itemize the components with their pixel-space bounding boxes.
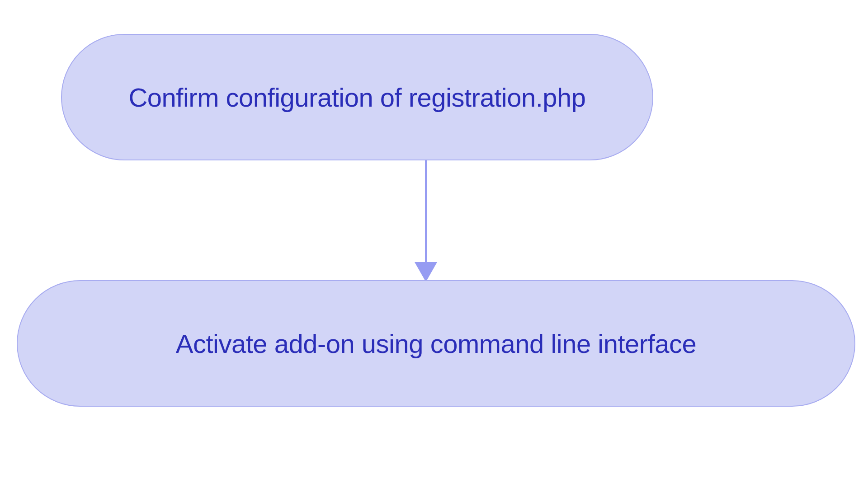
flowchart-node-step2: Activate add-on using command line inter… bbox=[17, 280, 855, 407]
node-label: Activate add-on using command line inter… bbox=[176, 328, 697, 359]
connector-line bbox=[425, 160, 427, 264]
node-label: Confirm configuration of registration.ph… bbox=[128, 82, 585, 113]
flowchart-node-step1: Confirm configuration of registration.ph… bbox=[61, 34, 653, 160]
connector-arrowhead-icon bbox=[415, 262, 437, 282]
